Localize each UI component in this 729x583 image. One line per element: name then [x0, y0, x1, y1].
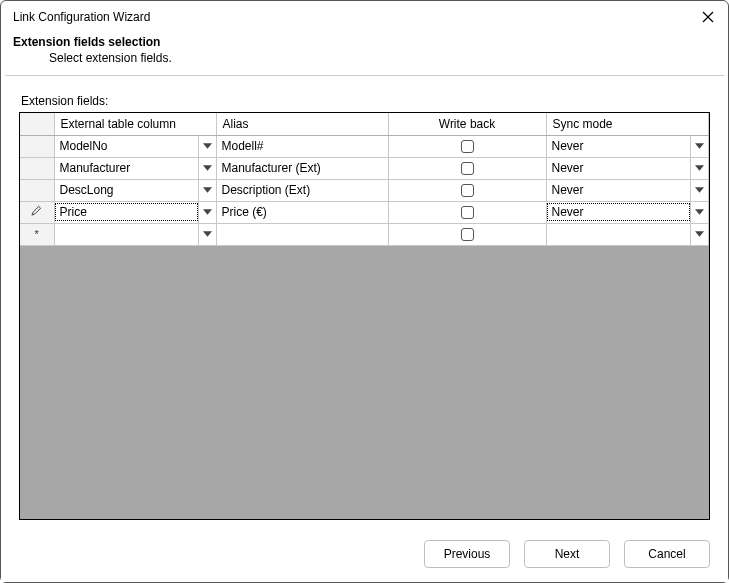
- next-button[interactable]: Next: [524, 540, 610, 568]
- close-button[interactable]: [698, 7, 718, 27]
- chevron-down-icon[interactable]: [690, 158, 708, 179]
- table-row[interactable]: DescLongDescription (Ext)Never: [20, 179, 709, 201]
- extension-fields-grid[interactable]: External table column Alias Write back S…: [19, 112, 710, 520]
- wizard-footer: Previous Next Cancel: [1, 530, 728, 582]
- wizard-subheading: Select extension fields.: [13, 49, 716, 65]
- sync-mode-select[interactable]: [547, 224, 709, 245]
- external-column-select[interactable]: Price: [55, 202, 216, 223]
- alias-cell[interactable]: Manufacturer (Ext): [217, 159, 388, 177]
- external-column-select[interactable]: ModelNo: [55, 136, 216, 157]
- writeback-checkbox[interactable]: [461, 184, 474, 197]
- chevron-down-icon[interactable]: [198, 180, 216, 201]
- grid-table: External table column Alias Write back S…: [20, 113, 709, 246]
- sync-mode-value: Never: [547, 137, 691, 155]
- grid-corner: [20, 113, 54, 135]
- external-column-value: ModelNo: [55, 137, 198, 155]
- sync-mode-value: Never: [547, 159, 691, 177]
- alias-cell[interactable]: [217, 232, 388, 236]
- col-header-alias[interactable]: Alias: [216, 113, 388, 135]
- external-column-value: Manufacturer: [55, 159, 198, 177]
- alias-cell[interactable]: Price (€): [217, 203, 388, 221]
- table-row[interactable]: ModelNoModell#Never: [20, 135, 709, 157]
- sync-mode-value: Never: [547, 181, 691, 199]
- window-title: Link Configuration Wizard: [13, 10, 150, 24]
- writeback-checkbox[interactable]: [461, 162, 474, 175]
- table-row[interactable]: *: [20, 223, 709, 245]
- content-area: Extension fields: External table column …: [1, 76, 728, 530]
- writeback-checkbox[interactable]: [461, 228, 474, 241]
- row-header[interactable]: [20, 157, 54, 179]
- grid-empty-area: [20, 246, 709, 520]
- previous-button[interactable]: Previous: [424, 540, 510, 568]
- col-header-writeback[interactable]: Write back: [388, 113, 546, 135]
- sync-mode-value: Never: [547, 203, 691, 221]
- grid-label: Extension fields:: [21, 94, 710, 108]
- wizard-header: Extension fields selection Select extens…: [1, 29, 728, 75]
- row-header[interactable]: [20, 135, 54, 157]
- chevron-down-icon[interactable]: [198, 224, 216, 245]
- external-column-select[interactable]: [55, 224, 216, 245]
- writeback-checkbox[interactable]: [461, 206, 474, 219]
- chevron-down-icon[interactable]: [690, 136, 708, 157]
- sync-mode-select[interactable]: Never: [547, 136, 709, 157]
- writeback-checkbox[interactable]: [461, 140, 474, 153]
- external-column-value: [55, 232, 198, 236]
- external-column-select[interactable]: Manufacturer: [55, 158, 216, 179]
- wizard-window: Link Configuration Wizard Extension fiel…: [0, 0, 729, 583]
- chevron-down-icon[interactable]: [690, 180, 708, 201]
- sync-mode-select[interactable]: Never: [547, 202, 709, 223]
- col-header-external[interactable]: External table column: [54, 113, 216, 135]
- sync-mode-select[interactable]: Never: [547, 158, 709, 179]
- grid-header-row: External table column Alias Write back S…: [20, 113, 709, 135]
- cancel-button[interactable]: Cancel: [624, 540, 710, 568]
- chevron-down-icon[interactable]: [198, 202, 216, 223]
- table-row[interactable]: PricePrice (€)Never: [20, 201, 709, 223]
- titlebar: Link Configuration Wizard: [1, 1, 728, 29]
- col-header-syncmode[interactable]: Sync mode: [546, 113, 709, 135]
- external-column-select[interactable]: DescLong: [55, 180, 216, 201]
- row-header[interactable]: [20, 201, 54, 223]
- pencil-icon: [31, 205, 42, 216]
- alias-cell[interactable]: Modell#: [217, 137, 388, 155]
- sync-mode-select[interactable]: Never: [547, 180, 709, 201]
- table-row[interactable]: ManufacturerManufacturer (Ext)Never: [20, 157, 709, 179]
- chevron-down-icon[interactable]: [690, 202, 708, 223]
- wizard-heading: Extension fields selection: [13, 35, 716, 49]
- close-icon: [702, 11, 714, 23]
- sync-mode-value: [547, 232, 691, 236]
- chevron-down-icon[interactable]: [198, 158, 216, 179]
- chevron-down-icon[interactable]: [690, 224, 708, 245]
- row-header[interactable]: [20, 179, 54, 201]
- external-column-value: Price: [55, 203, 198, 221]
- asterisk-icon: *: [35, 228, 39, 240]
- alias-cell[interactable]: Description (Ext): [217, 181, 388, 199]
- external-column-value: DescLong: [55, 181, 198, 199]
- chevron-down-icon[interactable]: [198, 136, 216, 157]
- row-header[interactable]: *: [20, 223, 54, 245]
